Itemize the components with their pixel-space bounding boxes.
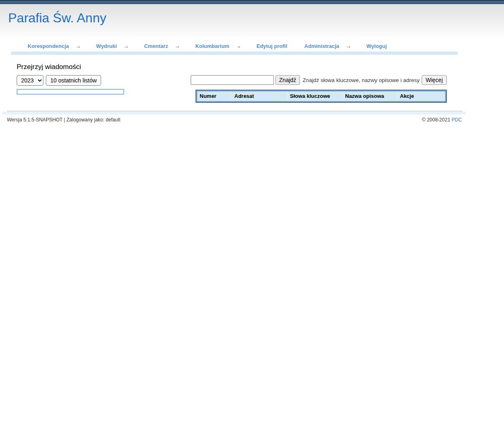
find-button[interactable]: Znajdź bbox=[276, 75, 300, 85]
year-select[interactable]: 2023 bbox=[17, 75, 43, 86]
footer-accent-strip bbox=[2, 112, 466, 115]
page-header: Parafia Św. Anny bbox=[0, 4, 504, 37]
menu-item-wydruki[interactable]: Wydruki bbox=[96, 43, 117, 49]
column-header-akcje: Akcje bbox=[397, 91, 445, 101]
arrow-right-icon: → bbox=[235, 43, 241, 49]
main-content: Przejrzyj wiadomości 2023 10 ostatnich l… bbox=[17, 63, 447, 103]
recent-letters-button[interactable]: 10 ostatnich listów bbox=[46, 75, 101, 86]
left-controls: 2023 10 ostatnich listów bbox=[17, 75, 101, 86]
menubar-underline-strip bbox=[11, 52, 458, 55]
results-row: Numer Adresat Słowa kluczowe Nazwa opiso… bbox=[17, 89, 447, 103]
page-footer: Wersja 5.1.5-SNAPSHOT | Zalogowany jako:… bbox=[0, 111, 504, 123]
site-title: Parafia Św. Anny bbox=[8, 4, 504, 26]
column-header-numer: Numer bbox=[197, 91, 232, 101]
menu-item-cmentarz[interactable]: Cmentarz bbox=[144, 43, 168, 49]
filter-input[interactable] bbox=[17, 89, 124, 95]
search-input[interactable] bbox=[191, 75, 274, 85]
top-accent-bar bbox=[0, 0, 504, 4]
menu-item-administracja[interactable]: Administracja bbox=[304, 43, 339, 49]
search-controls: Znajdź Znajdź słowa kluczowe, nazwy opis… bbox=[191, 75, 447, 85]
footer-divider bbox=[7, 111, 463, 111]
column-header-adresat: Adresat bbox=[232, 91, 287, 101]
more-button[interactable]: Więcej bbox=[422, 75, 447, 85]
menu-item-kolumbarium[interactable]: Kolumbarium bbox=[195, 43, 229, 49]
arrow-right-icon: → bbox=[345, 43, 351, 49]
menu-item-wyloguj[interactable]: Wyloguj bbox=[366, 43, 387, 49]
column-header-nazwa-opisowa: Nazwa opisowa bbox=[342, 91, 397, 101]
footer-text-row: Wersja 5.1.5-SNAPSHOT | Zalogowany jako:… bbox=[7, 117, 462, 123]
pdc-link[interactable]: PDC bbox=[452, 117, 462, 123]
messages-table: Numer Adresat Słowa kluczowe Nazwa opiso… bbox=[197, 91, 445, 101]
arrow-right-icon: → bbox=[75, 43, 81, 49]
arrow-right-icon: → bbox=[123, 43, 129, 49]
messages-table-frame: Numer Adresat Słowa kluczowe Nazwa opiso… bbox=[196, 90, 447, 103]
search-hint-text: Znajdź słowa kluczowe, nazwy opisowe i a… bbox=[303, 77, 420, 83]
controls-row: 2023 10 ostatnich listów Znajdź Znajdź s… bbox=[17, 75, 447, 86]
arrow-right-icon: → bbox=[174, 43, 180, 49]
menu-item-edytuj-profil[interactable]: Edytuj profil bbox=[256, 43, 287, 49]
table-header-row: Numer Adresat Słowa kluczowe Nazwa opiso… bbox=[197, 91, 445, 101]
version-status-text: Wersja 5.1.5-SNAPSHOT | Zalogowany jako:… bbox=[7, 117, 120, 123]
copyright-text: © 2008-2021 PDC bbox=[422, 117, 462, 123]
menu-item-korespondencja[interactable]: Korespondencja bbox=[28, 43, 69, 49]
page-title: Przejrzyj wiadomości bbox=[17, 63, 447, 71]
main-menubar: Korespondencja → Wydruki → Cmentarz → Ko… bbox=[28, 42, 504, 50]
column-header-slowa-kluczowe: Słowa kluczowe bbox=[287, 91, 342, 101]
